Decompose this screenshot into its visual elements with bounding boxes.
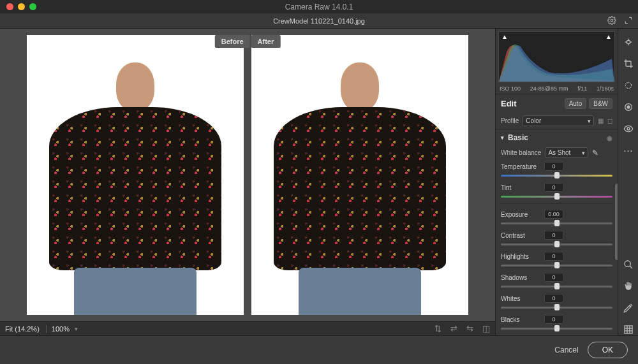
temperature-value[interactable]: 0 xyxy=(544,162,563,171)
after-tab[interactable]: After xyxy=(251,35,281,48)
sampler-tool-icon[interactable] xyxy=(623,302,634,314)
dialog-footer: Cancel OK xyxy=(0,335,638,364)
healing-tool-icon[interactable] xyxy=(623,80,634,91)
shadows-label: Shadows xyxy=(501,274,544,281)
redeye-tool-icon[interactable] xyxy=(623,123,634,135)
edit-panel: ▲ ▲ ISO 100 24-85@85 mm f/11 1/160s Edit… xyxy=(495,29,618,335)
viewer-bottom-bar: Fit (14.2%) 100% ▾ ⇅ ⇄ ⇆ ◫ xyxy=(0,321,495,335)
svg-rect-12 xyxy=(625,326,632,333)
chevron-down-icon[interactable]: ▾ xyxy=(75,326,78,332)
basic-section-header[interactable]: ▾ Basic ◉ xyxy=(496,129,618,145)
zoom-fit[interactable]: Fit (14.2%) xyxy=(5,325,47,333)
fullscreen-icon[interactable] xyxy=(624,16,633,26)
meta-iso: ISO 100 xyxy=(500,85,521,92)
app-title: Camera Raw 14.0.1 xyxy=(285,3,353,11)
after-image[interactable] xyxy=(251,35,468,315)
document-header: CrewModel 110221_0140.jpg xyxy=(0,13,638,29)
exposure-label: Exposure xyxy=(501,211,544,218)
profile-label: Profile xyxy=(501,117,519,124)
svg-point-10 xyxy=(625,261,630,266)
zoom-tool-icon[interactable] xyxy=(623,259,634,270)
before-image[interactable] xyxy=(27,35,244,315)
svg-line-11 xyxy=(630,266,632,268)
white-balance-select[interactable]: As Shot▾ xyxy=(545,147,588,158)
profile-select[interactable]: Color▾ xyxy=(523,115,594,126)
whites-label: Whites xyxy=(501,295,544,302)
bw-button[interactable]: B&W xyxy=(589,98,612,109)
window-controls xyxy=(0,3,36,10)
histogram[interactable]: ▲ ▲ xyxy=(498,31,615,82)
tint-value[interactable]: 0 xyxy=(544,183,563,192)
edit-tool-icon[interactable] xyxy=(623,36,634,48)
hand-tool-icon[interactable] xyxy=(623,280,634,292)
svg-point-0 xyxy=(611,19,613,22)
blacks-slider[interactable] xyxy=(501,324,612,333)
exposure-value[interactable]: 0.00 xyxy=(544,210,563,219)
before-tab[interactable]: Before xyxy=(215,35,250,48)
highlights-label: Highlights xyxy=(501,253,544,260)
meta-shutter: 1/160s xyxy=(597,85,614,92)
contrast-slider[interactable] xyxy=(501,240,612,249)
histogram-meta: ISO 100 24-85@85 mm f/11 1/160s xyxy=(496,84,618,94)
edit-heading: Edit xyxy=(501,99,517,108)
title-bar: Camera Raw 14.0.1 xyxy=(0,0,638,13)
contrast-value[interactable]: 0 xyxy=(544,231,563,240)
blacks-value[interactable]: 0 xyxy=(544,315,563,324)
close-window-icon[interactable] xyxy=(6,3,13,10)
grid-tool-icon[interactable] xyxy=(623,324,634,335)
toggle-view-icon[interactable]: ◫ xyxy=(482,324,490,333)
ok-button[interactable]: OK xyxy=(588,342,628,358)
tool-rail: ⋯ xyxy=(618,29,638,335)
minimize-window-icon[interactable] xyxy=(18,3,25,10)
whites-value[interactable]: 0 xyxy=(544,294,563,303)
shadows-value[interactable]: 0 xyxy=(544,273,563,282)
document-title: CrewModel 110221_0140.jpg xyxy=(273,17,365,25)
cancel-button[interactable]: Cancel xyxy=(554,346,578,354)
meta-lens: 24-85@85 mm xyxy=(530,85,568,92)
highlights-slider[interactable] xyxy=(501,261,612,270)
tint-slider[interactable] xyxy=(501,192,612,201)
whites-slider[interactable] xyxy=(501,303,612,312)
profile-browse-icon[interactable]: ◻ xyxy=(607,117,612,124)
panel-scrollbar[interactable] xyxy=(615,184,618,260)
shadows-slider[interactable] xyxy=(501,282,612,291)
zoom-100[interactable]: 100% xyxy=(52,325,70,333)
svg-point-1 xyxy=(627,40,630,43)
temperature-slider[interactable] xyxy=(501,171,612,180)
svg-point-8 xyxy=(627,106,630,108)
zoom-window-icon[interactable] xyxy=(29,3,36,10)
crop-tool-icon[interactable] xyxy=(623,58,634,69)
swap-before-after-icon[interactable]: ⇄ xyxy=(450,324,457,333)
visibility-icon[interactable]: ◉ xyxy=(607,135,612,142)
image-viewer: Before After Fit (14.2%) 100% ▾ ⇅ ⇄ ⇆ ◫ xyxy=(0,29,495,335)
svg-point-6 xyxy=(625,82,631,88)
copy-settings-icon[interactable]: ⇆ xyxy=(466,324,473,333)
white-balance-label: White balance xyxy=(501,149,541,156)
meta-aperture: f/11 xyxy=(577,85,587,92)
eyedropper-icon[interactable]: ✎ xyxy=(592,149,598,157)
tint-label: Tint xyxy=(501,184,544,191)
mask-tool-icon[interactable] xyxy=(623,101,634,113)
blacks-label: Blacks xyxy=(501,316,544,323)
chevron-down-icon: ▾ xyxy=(501,135,504,141)
profile-grid-icon[interactable]: ▦ xyxy=(598,117,604,124)
highlights-value[interactable]: 0 xyxy=(544,252,563,261)
highlight-clip-icon[interactable]: ▲ xyxy=(605,33,612,40)
svg-point-9 xyxy=(627,127,630,130)
temperature-label: Temperature xyxy=(501,163,544,170)
more-icon[interactable]: ⋯ xyxy=(623,145,634,156)
shadow-clip-icon[interactable]: ▲ xyxy=(501,33,508,40)
compare-settings-icon[interactable]: ⇅ xyxy=(434,324,441,333)
auto-button[interactable]: Auto xyxy=(565,98,587,109)
contrast-label: Contrast xyxy=(501,232,544,239)
settings-gear-icon[interactable] xyxy=(607,16,616,26)
exposure-slider[interactable] xyxy=(501,219,612,228)
